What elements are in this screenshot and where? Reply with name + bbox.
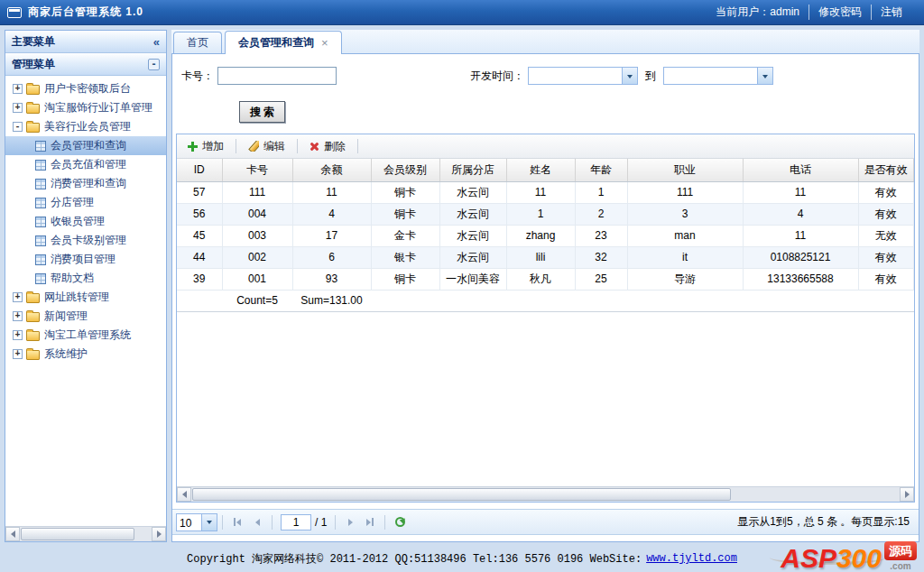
page-size-select[interactable]: 10 [176,513,217,531]
column-header[interactable]: 职业 [627,159,743,181]
sidebar-item-card-level-manage[interactable]: 会员卡级别管理 [5,231,166,250]
time-from-input[interactable] [529,68,622,84]
grid-icon [35,273,46,284]
website-link[interactable]: www.tjyltd.com [646,552,737,565]
folder-icon [26,350,40,360]
table-row[interactable]: 44 002 6 银卡 水云间 lili 32 it 0108825121 有效 [177,246,914,268]
add-button[interactable]: 增加 [180,136,231,157]
scrollbar-thumb[interactable] [21,528,134,540]
scrollbar-thumb[interactable] [192,488,731,501]
search-button[interactable]: 搜 索 [239,101,285,123]
column-header[interactable]: 卡号 [222,159,292,181]
sidebar-item-member-recharge[interactable]: 会员充值和管理 [5,155,166,174]
sidebar-folder-system-maintain[interactable]: 系统维护 [5,345,166,364]
cell: 11 [743,181,858,203]
last-page-icon[interactable] [360,513,380,531]
scrollbar-track[interactable] [20,527,152,541]
expand-icon[interactable] [13,84,23,94]
tree-label: 会员管理和查询 [51,138,126,153]
logout-link[interactable]: 注销 [871,5,911,20]
folder-icon [26,293,40,303]
column-header[interactable]: 余额 [292,159,371,181]
refresh-button[interactable] [390,513,410,531]
delete-icon [310,142,319,152]
member-table: ID 卡号 余额 会员级别 所属分店 姓名 年龄 职业 电话 是否有效 [177,159,914,312]
member-datagrid: 增加 编辑 删除 [176,134,915,503]
expand-icon[interactable] [13,330,23,340]
sidebar-folder-taobao-clothing-orders[interactable]: 淘宝服饰行业订单管理 [5,98,166,117]
edit-button[interactable]: 编辑 [241,136,292,157]
sidebar-item-member-query[interactable]: 会员管理和查询 [5,136,166,155]
change-password-link[interactable]: 修改密码 [808,5,871,20]
first-page-icon[interactable] [227,513,247,531]
cell: 1 [575,181,627,203]
time-to-combobox[interactable] [663,67,773,85]
scrollbar-track[interactable] [191,487,900,502]
sidebar-folder-url-redirect[interactable]: 网址跳转管理 [5,288,166,307]
delete-button[interactable]: 删除 [302,136,353,157]
dropdown-arrow-icon[interactable] [201,514,217,530]
table-row[interactable]: 56 004 4 铜卡 水云间 1 2 3 4 有效 [177,203,914,225]
sidebar-folder-beauty-member[interactable]: 美容行业会员管理 [5,117,166,136]
cell: 45 [177,225,222,246]
total-pages-label: / 1 [315,516,327,529]
table-header-row: ID 卡号 余额 会员级别 所属分店 姓名 年龄 职业 电话 是否有效 [177,159,914,181]
sidebar-item-help-doc[interactable]: 帮助文档 [5,269,166,288]
column-header[interactable]: 姓名 [506,159,575,181]
column-header[interactable]: 年龄 [575,159,627,181]
cell: man [627,225,743,246]
tab-home[interactable]: 首页 [173,32,222,53]
expand-icon[interactable] [13,103,23,113]
column-header[interactable]: ID [177,159,222,181]
sidebar-horizontal-scrollbar[interactable] [5,526,166,541]
close-icon[interactable] [321,36,328,50]
table-row[interactable]: 39 001 93 铜卡 一水间美容 秋凡 25 导游 13133665588 … [177,268,914,290]
minimize-panel-icon[interactable] [148,59,160,70]
card-number-input[interactable] [217,67,337,85]
cell: 一水间美容 [439,268,506,290]
page-number-input[interactable] [281,514,311,530]
sidebar-item-branch-manage[interactable]: 分店管理 [5,193,166,212]
prev-page-icon[interactable] [247,513,267,531]
tab-member-query[interactable]: 会员管理和查询 [225,31,342,54]
table-row[interactable]: 45 003 17 金卡 水云间 zhang 23 man 11 无效 [177,225,914,246]
toolbar-divider [236,139,236,153]
expand-icon[interactable] [13,311,23,321]
cell: 铜卡 [371,268,439,290]
sidebar-item-cashier-manage[interactable]: 收银员管理 [5,212,166,231]
sidebar-folder-taobao-workorder[interactable]: 淘宝工单管理系统 [5,326,166,345]
cell: 4 [743,203,858,225]
expand-icon[interactable] [13,292,23,302]
grid-horizontal-scrollbar[interactable] [177,486,914,502]
tree-label: 美容行业会员管理 [44,119,131,134]
time-to-input[interactable] [664,68,757,84]
column-header[interactable]: 电话 [743,159,858,181]
table-row[interactable]: 57 111 11 铜卡 水云间 11 1 111 11 有效 [177,181,914,203]
dropdown-arrow-icon[interactable] [757,68,772,84]
sidebar-item-consume-query[interactable]: 消费管理和查询 [5,174,166,193]
scroll-left-icon[interactable] [5,527,20,541]
sidebar-section-header: 管理菜单 [5,53,166,76]
scroll-right-icon[interactable] [152,527,166,541]
sidebar-folder-news[interactable]: 新闻管理 [5,307,166,326]
tree-label: 淘宝服饰行业订单管理 [44,100,152,115]
grid-icon [35,141,46,152]
scroll-left-icon[interactable] [177,487,191,502]
expand-icon[interactable] [13,349,23,359]
folder-icon [26,331,40,341]
sidebar-folder-card-key[interactable]: 用户卡密领取后台 [5,79,166,98]
column-header[interactable]: 会员级别 [371,159,439,181]
app-title: 商家后台管理系统 1.0 [28,5,143,20]
summary-row: Count=5 Sum=131.00 [177,290,914,311]
column-header[interactable]: 所属分店 [439,159,506,181]
main-area: 首页 会员管理和查询 卡号： 开发时间： [171,30,919,542]
cell: it [627,246,743,268]
collapse-sidebar-icon[interactable] [153,35,160,49]
scroll-right-icon[interactable] [900,487,914,502]
time-from-combobox[interactable] [528,67,638,85]
sidebar-item-consume-project-manage[interactable]: 消费项目管理 [5,250,166,269]
collapse-icon[interactable] [13,122,23,132]
dropdown-arrow-icon[interactable] [622,68,637,84]
next-page-icon[interactable] [340,513,360,531]
column-header[interactable]: 是否有效 [858,159,914,181]
